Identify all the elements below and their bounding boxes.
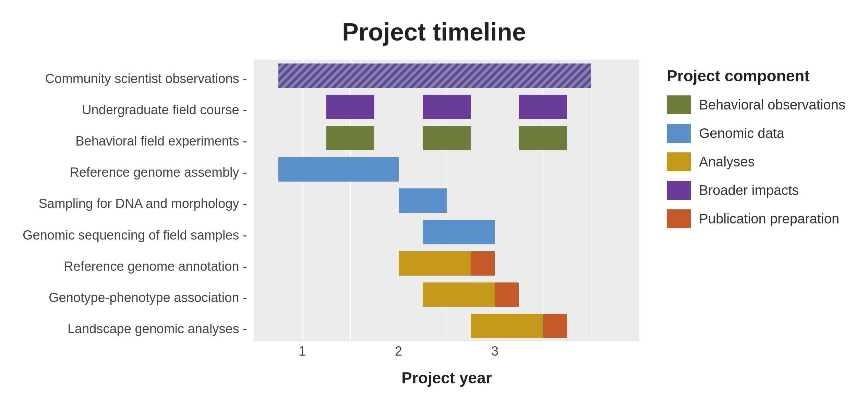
legend-item-4: Publication preparation: [667, 209, 845, 228]
legend-label-1: Genomic data: [699, 126, 784, 141]
legend-items: Behavioral observationsGenomic dataAnaly…: [667, 95, 845, 228]
bar-9: [423, 220, 495, 244]
bar-10: [399, 251, 471, 276]
y-label-5: Genomic sequencing of field samples -: [23, 220, 247, 251]
y-label-0: Community scientist observations -: [23, 63, 247, 94]
bar-2: [423, 95, 471, 119]
legend-label-3: Broader impacts: [699, 183, 799, 198]
legend-item-2: Analyses: [667, 152, 845, 171]
chart-title: Project timeline: [342, 18, 526, 46]
bar-14: [471, 314, 543, 338]
legend-item-0: Behavioral observations: [667, 95, 845, 114]
legend-swatch-4: [667, 209, 691, 228]
x-axis-area: 123 Project year: [254, 341, 639, 387]
grid-line-0: [302, 60, 303, 341]
legend-swatch-1: [667, 124, 691, 143]
bar-12: [423, 282, 495, 307]
y-label-4: Sampling for DNA and morphology -: [23, 188, 247, 219]
bar-7: [278, 157, 399, 182]
bar-13: [495, 282, 519, 307]
plot-area-wrapper: 123 Project year: [254, 60, 639, 387]
legend-item-1: Genomic data: [667, 124, 845, 143]
x-tick-2: 3: [491, 344, 498, 359]
legend-title: Project component: [667, 67, 845, 85]
legend-container: Project component Behavioral observation…: [667, 60, 845, 238]
legend-label-0: Behavioral observations: [699, 97, 845, 113]
x-tick-1: 2: [395, 344, 402, 359]
x-ticks: 123: [254, 341, 639, 362]
y-label-8: Landscape genomic analyses -: [23, 313, 247, 345]
y-axis-labels: Community scientist observations -Underg…: [23, 60, 254, 345]
chart-container: Project timeline Community scientist obs…: [23, 18, 845, 387]
y-label-7: Genotype-phenotype association -: [23, 282, 247, 313]
bar-3: [519, 95, 567, 119]
bar-6: [519, 126, 567, 150]
bar-5: [423, 126, 471, 150]
legend-swatch-0: [667, 95, 691, 114]
legend-label-4: Publication preparation: [699, 211, 839, 227]
bar-15: [543, 314, 567, 338]
bar-1: [326, 95, 374, 119]
x-axis-label: Project year: [254, 369, 639, 387]
chart-body: Community scientist observations -Underg…: [23, 60, 845, 387]
y-label-3: Reference genome assembly -: [23, 157, 247, 188]
x-tick-0: 1: [299, 344, 306, 359]
bar-11: [471, 251, 495, 276]
y-label-2: Behavioral field experiments -: [23, 126, 247, 157]
legend-item-3: Broader impacts: [667, 181, 845, 200]
bar-8: [399, 188, 447, 213]
legend-label-2: Analyses: [699, 154, 755, 170]
legend-swatch-2: [667, 152, 691, 171]
y-label-1: Undergraduate field course -: [23, 94, 247, 126]
y-label-6: Reference genome annotation -: [23, 251, 247, 282]
bar-4: [326, 126, 374, 150]
plot-area: [254, 60, 639, 341]
grid-line-6: [591, 60, 591, 341]
bar-0: [278, 63, 591, 88]
legend-swatch-3: [667, 181, 691, 200]
